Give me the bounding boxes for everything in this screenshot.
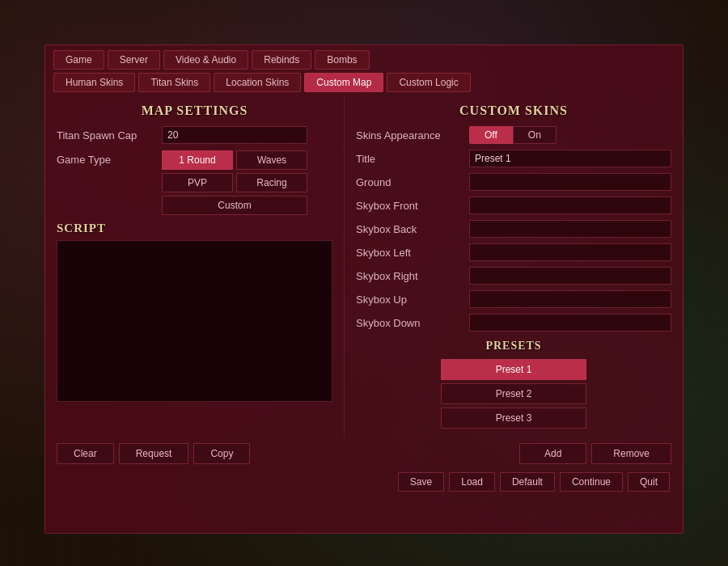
skins-skybox-up-row: Skybox Up [356, 290, 671, 308]
skins-ground-label: Ground [356, 176, 469, 188]
request-button[interactable]: Request [119, 443, 189, 464]
presets-section: Presets Preset 1 Preset 2 Preset 3 [356, 340, 671, 429]
titan-spawn-cap-label: Titan Spawn Cap [57, 129, 162, 142]
skins-skybox-left-label: Skybox Left [356, 247, 469, 259]
titan-spawn-cap-input[interactable] [162, 126, 307, 144]
skins-appearance-off[interactable]: Off [469, 126, 513, 144]
skins-skybox-down-row: Skybox Down [356, 314, 671, 332]
skins-skybox-back-row: Skybox Back [356, 220, 671, 238]
quit-button[interactable]: Quit [628, 472, 670, 492]
nav-row-1: Game Server Video & Audio Rebinds Bombs [45, 45, 683, 70]
right-column: Custom Skins Skins Appearance Off On Tit… [345, 97, 683, 438]
nav-video-audio[interactable]: Video & Audio [163, 50, 248, 70]
skins-skybox-down-input[interactable] [469, 314, 671, 332]
presets-header: Presets [356, 340, 671, 353]
nav-bombs[interactable]: Bombs [315, 50, 369, 70]
preset-btn-3[interactable]: Preset 3 [441, 408, 586, 429]
skins-ground-row: Ground [356, 173, 671, 191]
bottom-left-buttons: Clear Request Copy [57, 443, 513, 464]
skins-appearance-on[interactable]: On [513, 126, 557, 144]
copy-button[interactable]: Copy [193, 443, 250, 464]
game-btn-1round[interactable]: 1 Round [162, 150, 233, 170]
bottom-action-bar: Clear Request Copy Add Remove [45, 438, 683, 469]
load-button[interactable]: Load [449, 472, 495, 492]
nav-human-skins[interactable]: Human Skins [53, 73, 135, 92]
preset-btn-1[interactable]: Preset 1 [441, 359, 586, 380]
map-settings-title: Map Settings [142, 103, 248, 117]
clear-button[interactable]: Clear [57, 443, 114, 464]
script-textarea[interactable] [57, 240, 332, 402]
skins-skybox-up-label: Skybox Up [356, 294, 469, 306]
game-type-grid: 1 Round Waves PVP Racing Custom [162, 150, 307, 215]
panels-wrapper: Map Settings Titan Spawn Cap Game Type 1… [45, 97, 683, 438]
skins-appearance-label: Skins Appearance [356, 129, 469, 142]
footer-bar: Save Load Default Continue Quit [45, 469, 683, 496]
skins-title-label: Title [356, 153, 469, 165]
script-title: Script [57, 222, 332, 235]
skins-skybox-up-input[interactable] [469, 290, 671, 308]
skins-skybox-left-row: Skybox Left [356, 243, 671, 261]
nav-location-skins[interactable]: Location Skins [214, 73, 301, 92]
skins-skybox-front-input[interactable] [469, 196, 671, 214]
map-settings-header: Map Settings [57, 103, 332, 118]
skins-title-input[interactable] [469, 150, 671, 167]
nav-titan-skins[interactable]: Titan Skins [138, 73, 210, 92]
titan-spawn-cap-row: Titan Spawn Cap [57, 126, 332, 144]
skins-skybox-back-input[interactable] [469, 220, 671, 238]
presets-title: Presets [485, 340, 541, 352]
game-type-label: Game Type [57, 150, 162, 166]
skins-skybox-front-row: Skybox Front [356, 196, 671, 214]
game-btn-waves[interactable]: Waves [236, 150, 307, 170]
skins-skybox-right-input[interactable] [469, 267, 671, 285]
game-btn-pvp[interactable]: PVP [162, 173, 233, 192]
skins-skybox-down-label: Skybox Down [356, 317, 469, 329]
custom-skins-header: Custom Skins [356, 103, 671, 118]
skins-appearance-toggle: Off On [469, 126, 557, 144]
skins-appearance-row: Skins Appearance Off On [356, 126, 671, 144]
skins-skybox-right-row: Skybox Right [356, 267, 671, 285]
save-button[interactable]: Save [398, 472, 444, 492]
main-container: Game Server Video & Audio Rebinds Bombs … [44, 44, 684, 534]
nav-custom-map[interactable]: Custom Map [304, 73, 383, 92]
bottom-right-buttons: Add Remove [519, 443, 671, 464]
skins-ground-input[interactable] [469, 173, 671, 191]
nav-game[interactable]: Game [53, 50, 104, 70]
nav-server[interactable]: Server [108, 50, 160, 70]
preset-btn-2[interactable]: Preset 2 [441, 383, 586, 404]
default-button[interactable]: Default [500, 472, 555, 492]
nav-custom-logic[interactable]: Custom Logic [387, 73, 470, 92]
game-type-row: Game Type 1 Round Waves PVP Racing Custo… [57, 150, 332, 215]
custom-skins-title: Custom Skins [459, 103, 568, 117]
nav-row-2: Human Skins Titan Skins Location Skins C… [45, 70, 683, 97]
add-button[interactable]: Add [519, 443, 586, 464]
skins-skybox-back-label: Skybox Back [356, 223, 469, 235]
skins-skybox-front-label: Skybox Front [356, 200, 469, 212]
left-column: Map Settings Titan Spawn Cap Game Type 1… [45, 97, 345, 438]
game-btn-custom[interactable]: Custom [162, 196, 307, 215]
continue-button[interactable]: Continue [560, 472, 623, 492]
nav-rebinds[interactable]: Rebinds [252, 50, 311, 70]
skins-skybox-right-label: Skybox Right [356, 270, 469, 282]
game-btn-racing[interactable]: Racing [236, 173, 307, 192]
remove-button[interactable]: Remove [591, 443, 671, 464]
skins-skybox-left-input[interactable] [469, 243, 671, 261]
skins-title-row: Title [356, 150, 671, 167]
